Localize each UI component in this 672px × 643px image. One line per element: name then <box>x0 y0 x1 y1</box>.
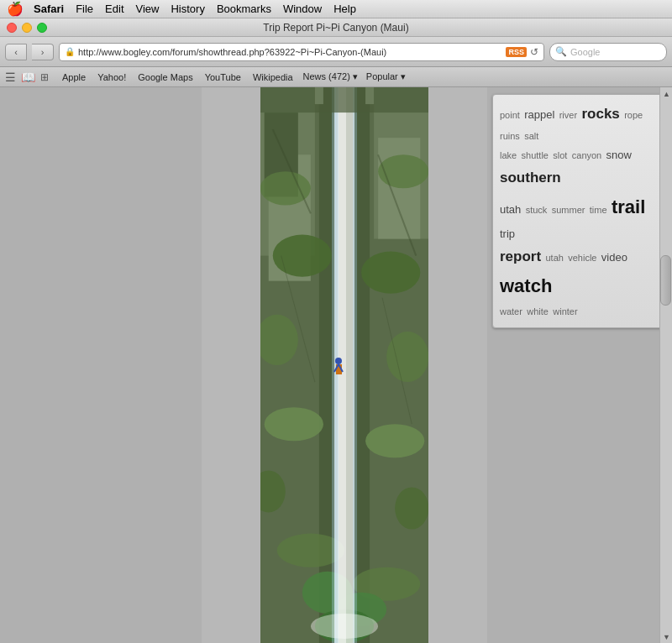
waterfall-image <box>260 87 428 643</box>
tag-utah[interactable]: utah <box>500 203 521 216</box>
tag-utah2[interactable]: utah <box>545 253 563 263</box>
minimize-button[interactable] <box>22 23 32 33</box>
tag-salt[interactable]: salt <box>524 131 538 141</box>
waterfall-svg <box>260 87 428 643</box>
menu-view[interactable]: View <box>136 3 160 15</box>
toolbar: ‹ › 🔒 http://www.bogley.com/forum/showth… <box>0 37 672 67</box>
search-placeholder: Google <box>570 47 600 57</box>
bookmark-google-maps[interactable]: Google Maps <box>133 71 197 84</box>
tag-white[interactable]: white <box>527 306 549 316</box>
forward-button[interactable]: › <box>32 44 54 60</box>
tag-video[interactable]: video <box>601 251 627 264</box>
tag-rocks[interactable]: rocks <box>581 106 619 122</box>
toolbar-icons: ☰ 📖 ⊞ <box>5 71 49 84</box>
reader-icon[interactable]: 📖 <box>21 71 35 84</box>
svg-point-29 <box>335 358 342 364</box>
menu-history[interactable]: History <box>171 3 204 15</box>
left-sidebar <box>0 87 202 643</box>
tag-summer[interactable]: summer <box>552 205 585 215</box>
menu-safari[interactable]: Safari <box>34 3 64 15</box>
tag-ruins[interactable]: ruins <box>500 131 520 141</box>
address-bar[interactable]: 🔒 http://www.bogley.com/forum/showthread… <box>59 43 544 61</box>
menu-window[interactable]: Window <box>283 3 322 15</box>
maximize-button[interactable] <box>37 23 47 33</box>
search-bar[interactable]: 🔍 Google <box>549 43 667 61</box>
tag-shuttle[interactable]: shuttle <box>522 150 549 160</box>
tag-point[interactable]: point <box>500 110 520 120</box>
svg-rect-26 <box>332 87 336 643</box>
tag-watch[interactable]: watch <box>500 275 552 296</box>
svg-rect-37 <box>260 87 428 112</box>
scrollbar-track[interactable]: ▲ ▼ <box>659 87 672 643</box>
tag-water[interactable]: water <box>500 306 522 316</box>
bookmark-yahoo[interactable]: Yahoo! <box>92 71 131 84</box>
menubar: 🍎 Safari File Edit View History Bookmark… <box>0 0 672 18</box>
svg-point-15 <box>361 252 420 294</box>
tag-time[interactable]: time <box>590 205 607 215</box>
back-button[interactable]: ‹ <box>5 44 27 60</box>
bookmark-apple[interactable]: Apple <box>57 71 91 84</box>
lock-icon: 🔒 <box>65 47 75 56</box>
svg-point-11 <box>265 407 323 441</box>
window-controls <box>7 23 47 33</box>
svg-point-17 <box>365 424 424 457</box>
svg-point-14 <box>378 154 428 188</box>
tag-stuck[interactable]: stuck <box>526 205 548 215</box>
browser-content: point rappel river rocks rope ruins salt… <box>0 87 672 643</box>
search-icon: 🔍 <box>555 46 567 57</box>
bookmark-wikipedia[interactable]: Wikipedia <box>248 71 298 84</box>
tag-report[interactable]: report <box>500 248 541 264</box>
svg-point-16 <box>386 332 428 382</box>
tag-rappel[interactable]: rappel <box>524 108 554 121</box>
bookmark-youtube[interactable]: YouTube <box>200 71 246 84</box>
tag-canyon[interactable]: canyon <box>572 150 601 160</box>
tag-cloud-box: point rappel river rocks rope ruins salt… <box>492 94 667 328</box>
bookmark-popular[interactable]: Popular ▾ <box>363 70 409 84</box>
titlebar: Trip Report Pi~Pi Canyon (Maui) <box>0 18 672 37</box>
tag-slot[interactable]: slot <box>553 150 567 160</box>
svg-point-28 <box>311 614 378 639</box>
close-button[interactable] <box>7 23 17 33</box>
tag-trip[interactable]: trip <box>500 227 515 240</box>
menu-help[interactable]: Help <box>333 3 356 15</box>
menu-bookmarks[interactable]: Bookmarks <box>217 3 271 15</box>
svg-rect-27 <box>353 87 357 643</box>
tag-winter[interactable]: winter <box>553 306 577 316</box>
reload-icon[interactable]: ↺ <box>530 46 538 58</box>
tag-rope[interactable]: rope <box>624 110 643 120</box>
center-content <box>202 87 487 643</box>
svg-rect-39 <box>365 87 374 104</box>
svg-rect-7 <box>378 138 420 238</box>
scroll-down-button[interactable]: ▼ <box>660 630 672 643</box>
svg-point-18 <box>395 487 428 529</box>
tag-vehicle[interactable]: vehicle <box>568 253 596 263</box>
tag-cloud: point rappel river rocks rope ruins salt… <box>500 102 659 321</box>
right-panel: point rappel river rocks rope ruins salt… <box>487 87 672 643</box>
tag-lake[interactable]: lake <box>500 150 517 160</box>
bookmarks-bar: ☰ 📖 ⊞ Apple Yahoo! Google Maps YouTube W… <box>0 67 672 87</box>
svg-rect-38 <box>315 87 323 104</box>
menu-edit[interactable]: Edit <box>105 3 123 15</box>
tag-southern[interactable]: southern <box>500 170 561 186</box>
sidebar-toggle-icon[interactable]: ☰ <box>5 71 16 84</box>
svg-point-8 <box>260 171 311 205</box>
url-text: http://www.bogley.com/forum/showthread.p… <box>78 47 502 57</box>
menu-file[interactable]: File <box>76 3 93 15</box>
tag-snow[interactable]: snow <box>606 149 632 161</box>
window-title: Trip Report Pi~Pi Canyon (Maui) <box>263 22 408 34</box>
rss-badge[interactable]: RSS <box>506 47 527 57</box>
bookmark-news[interactable]: News (472) ▾ <box>300 70 361 84</box>
tag-trail[interactable]: trail <box>612 196 645 217</box>
apple-menu[interactable]: 🍎 <box>7 1 24 17</box>
tag-river[interactable]: river <box>559 110 577 120</box>
scroll-up-button[interactable]: ▲ <box>660 87 672 100</box>
grid-icon[interactable]: ⊞ <box>40 71 49 83</box>
scrollbar-thumb[interactable] <box>660 255 671 306</box>
